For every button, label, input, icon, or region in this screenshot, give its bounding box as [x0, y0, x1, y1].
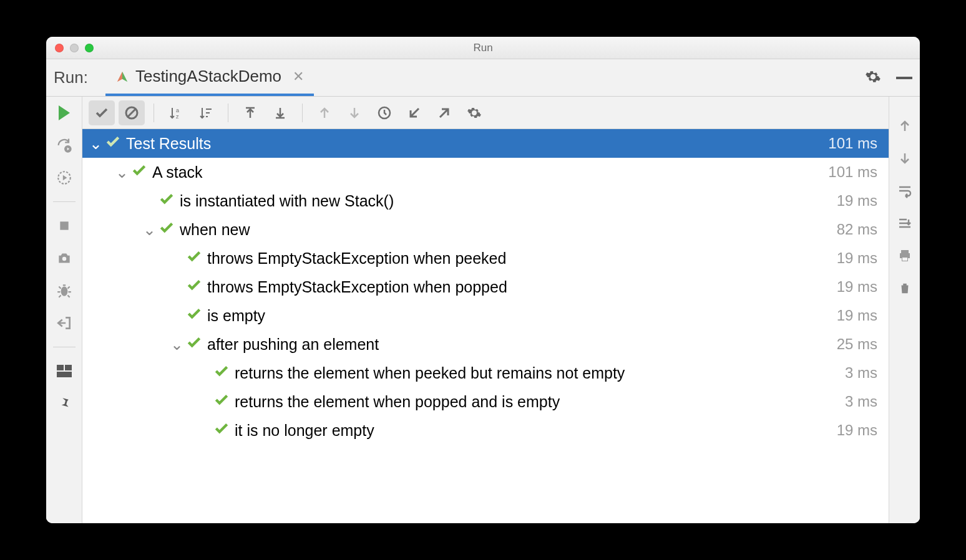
tree-row-label: is empty — [207, 307, 837, 325]
chevron-down-icon[interactable]: ⌄ — [89, 135, 102, 153]
run-label: Run: — [54, 68, 88, 87]
arrow-up-icon — [317, 105, 332, 120]
run-config-icon — [115, 70, 129, 84]
sort-alpha-button[interactable]: az — [163, 100, 189, 125]
tree-row[interactable]: is instantiated with new Stack()19 ms — [82, 186, 889, 215]
separator — [302, 104, 303, 122]
show-passed-button[interactable] — [89, 100, 115, 125]
import-tests-button[interactable] — [401, 100, 427, 125]
collapse-all-button[interactable] — [267, 100, 293, 125]
tree-row[interactable]: ⌄A stack101 ms — [82, 158, 889, 186]
tree-row[interactable]: it is no longer empty19 ms — [82, 416, 889, 445]
arrow-down-icon — [897, 151, 912, 166]
svg-rect-12 — [902, 258, 907, 261]
test-settings-button[interactable] — [461, 100, 487, 125]
pass-icon — [131, 162, 147, 182]
tree-row-label: throws EmptyStackException when popped — [207, 278, 837, 296]
exit-button[interactable] — [56, 314, 73, 332]
svg-rect-6 — [65, 365, 72, 370]
stop-icon — [58, 220, 71, 232]
scroll-to-end-button[interactable] — [897, 215, 913, 231]
settings-button[interactable] — [865, 69, 881, 87]
arrow-down-icon — [347, 105, 362, 120]
toggle-auto-test-button[interactable] — [56, 137, 73, 154]
wrap-icon — [897, 183, 912, 198]
layout-button[interactable] — [56, 362, 73, 380]
show-ignored-button[interactable] — [119, 100, 145, 125]
gear-icon — [467, 105, 482, 120]
check-icon — [94, 105, 109, 120]
divider — [53, 347, 76, 347]
collapse-icon — [273, 105, 288, 120]
chevron-down-icon[interactable]: ⌄ — [170, 336, 183, 354]
svg-rect-7 — [57, 372, 72, 377]
svg-point-3 — [62, 257, 66, 261]
bug-icon — [56, 282, 72, 299]
sort-duration-button[interactable] — [193, 100, 219, 125]
svg-point-4 — [61, 287, 67, 296]
left-action-gutter — [46, 97, 82, 523]
right-action-gutter — [889, 97, 920, 523]
separator — [228, 104, 228, 122]
dump-threads-button[interactable] — [56, 249, 73, 267]
print-button[interactable] — [897, 248, 913, 264]
pass-icon — [105, 133, 121, 153]
tree-row-label: when new — [180, 221, 837, 239]
pass-icon — [159, 191, 175, 211]
test-results-tree[interactable]: ⌄ Test Results 101 ms ⌄A stack101 msis i… — [82, 129, 889, 523]
chevron-down-icon[interactable]: ⌄ — [142, 221, 156, 239]
trash-icon — [898, 281, 912, 296]
camera-icon — [56, 250, 72, 266]
pass-icon — [186, 334, 202, 354]
pin-icon — [57, 396, 72, 411]
debug-button[interactable] — [56, 282, 73, 299]
minus-icon — [896, 77, 912, 79]
tree-row-time: 19 ms — [837, 422, 877, 439]
auto-test-icon — [56, 137, 73, 154]
export-tests-button[interactable] — [431, 100, 457, 125]
svg-text:a: a — [176, 107, 179, 113]
titlebar: Run — [46, 37, 920, 59]
tree-row[interactable]: returns the element when peeked but rema… — [82, 359, 889, 387]
layout-icon — [57, 365, 72, 377]
rerun-failed-button[interactable] — [56, 169, 73, 186]
gear-icon — [865, 69, 881, 85]
run-window: Run Run: TestingAStackDemo ✕ — [46, 37, 920, 523]
print-icon — [897, 248, 912, 263]
prev-failed-button[interactable] — [311, 100, 338, 125]
next-failed-button[interactable] — [341, 100, 368, 125]
tree-row-time: 3 ms — [845, 393, 877, 410]
tree-row[interactable]: throws EmptyStackException when peeked19… — [82, 244, 889, 273]
tree-row[interactable]: ⌄when new82 ms — [82, 215, 889, 244]
svg-text:z: z — [176, 113, 179, 120]
tree-row-time: 3 ms — [845, 364, 877, 382]
tree-row-time: 19 ms — [837, 307, 877, 324]
tree-row[interactable]: ⌄after pushing an element25 ms — [82, 330, 889, 359]
tree-row-time: 82 ms — [837, 221, 877, 238]
tree-row-label: throws EmptyStackException when peeked — [207, 249, 837, 268]
scroll-end-icon — [897, 216, 912, 231]
tree-row-label: returns the element when popped and is e… — [235, 393, 845, 411]
scroll-up-button[interactable] — [897, 118, 913, 134]
chevron-down-icon[interactable]: ⌄ — [115, 163, 129, 181]
tree-root-row[interactable]: ⌄ Test Results 101 ms — [82, 129, 889, 158]
scroll-down-button[interactable] — [897, 150, 913, 167]
tree-row-label: it is no longer empty — [235, 422, 837, 440]
stop-button[interactable] — [56, 217, 73, 234]
rerun-button[interactable] — [56, 104, 73, 122]
close-tab-icon[interactable]: ✕ — [293, 69, 304, 85]
hide-button[interactable] — [896, 77, 912, 79]
tree-row-time: 19 ms — [837, 249, 877, 267]
soft-wrap-button[interactable] — [897, 183, 913, 199]
test-history-button[interactable] — [371, 100, 398, 125]
tree-row-time: 19 ms — [837, 278, 877, 296]
tree-row[interactable]: is empty19 ms — [82, 301, 889, 330]
tree-root-label: Test Results — [126, 135, 828, 153]
pin-button[interactable] — [56, 395, 73, 412]
exit-icon — [56, 315, 72, 331]
run-config-tab[interactable]: TestingAStackDemo ✕ — [105, 59, 314, 96]
expand-all-button[interactable] — [237, 100, 263, 125]
clear-all-button[interactable] — [897, 280, 913, 296]
tree-row[interactable]: throws EmptyStackException when popped19… — [82, 273, 889, 301]
tree-row[interactable]: returns the element when popped and is e… — [82, 387, 889, 416]
